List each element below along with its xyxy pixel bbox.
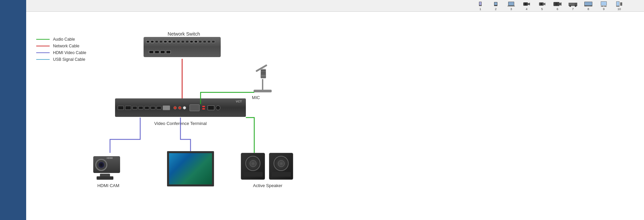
svg-rect-25 xyxy=(587,6,590,6)
device3-icon xyxy=(614,1,624,7)
sidebar xyxy=(0,0,26,220)
svg-point-14 xyxy=(541,3,542,5)
camera2-icon xyxy=(537,1,547,7)
vct-to-camera-line xyxy=(110,118,140,153)
svg-rect-4 xyxy=(494,2,497,5)
svg-marker-11 xyxy=(528,3,530,5)
icon-label-7: 7 xyxy=(572,7,574,11)
laptop-icon xyxy=(506,1,516,7)
svg-marker-18 xyxy=(559,2,561,6)
icon-label-6: 6 xyxy=(556,7,558,11)
svg-point-21 xyxy=(570,5,571,7)
top-icon-7[interactable]: 7 xyxy=(568,1,578,11)
svg-point-2 xyxy=(480,5,481,6)
svg-rect-24 xyxy=(585,2,592,5)
top-bar: 1 2 3 4 xyxy=(26,0,644,12)
svg-point-17 xyxy=(555,3,558,5)
svg-rect-32 xyxy=(616,2,619,6)
icon-label-9: 9 xyxy=(603,7,604,11)
top-icons: 1 2 3 4 xyxy=(476,1,624,11)
connection-diagram xyxy=(26,12,644,220)
top-icon-10[interactable]: 10 xyxy=(614,1,624,11)
diagram-area: Audio Cable Network Cable HDMI Video Cab… xyxy=(26,12,644,220)
svg-point-22 xyxy=(575,5,577,7)
top-icon-3[interactable]: 3 xyxy=(506,1,516,11)
device2-icon xyxy=(599,1,608,7)
truck-icon xyxy=(568,1,578,7)
top-icon-5[interactable]: 5 xyxy=(537,1,547,11)
main-content: 1 2 3 4 xyxy=(26,0,644,220)
camera3-icon xyxy=(553,1,562,7)
svg-rect-30 xyxy=(601,6,607,7)
phone-icon xyxy=(476,1,485,7)
ptz-camera-icon xyxy=(522,1,531,7)
svg-rect-19 xyxy=(569,3,575,6)
device-icon xyxy=(584,1,593,7)
icon-label-1: 1 xyxy=(479,7,481,11)
top-icon-4[interactable]: 4 xyxy=(522,1,531,11)
icon-label-8: 8 xyxy=(587,7,589,11)
svg-point-10 xyxy=(525,3,527,5)
vct-to-display-line xyxy=(180,118,191,151)
top-icon-1[interactable]: 1 xyxy=(476,1,485,11)
top-icon-2[interactable]: 2 xyxy=(491,1,500,11)
icon-label-10: 10 xyxy=(618,7,621,11)
icon-label-3: 3 xyxy=(510,7,512,11)
icon-label-4: 4 xyxy=(526,7,527,11)
svg-rect-27 xyxy=(601,2,606,5)
icon-label-5: 5 xyxy=(541,7,543,11)
vct-to-mic-line xyxy=(201,92,254,104)
phone2-icon xyxy=(491,1,500,7)
top-icon-9[interactable]: 9 xyxy=(599,1,608,11)
svg-rect-6 xyxy=(508,2,514,5)
top-icon-8[interactable]: 8 xyxy=(584,1,593,11)
svg-rect-7 xyxy=(507,6,515,6)
svg-rect-33 xyxy=(620,2,622,6)
svg-marker-15 xyxy=(544,3,545,5)
svg-rect-1 xyxy=(479,2,481,5)
icon-label-2: 2 xyxy=(495,7,496,11)
vct-to-speaker-line xyxy=(246,118,254,153)
top-icon-6[interactable]: 6 xyxy=(553,1,562,11)
